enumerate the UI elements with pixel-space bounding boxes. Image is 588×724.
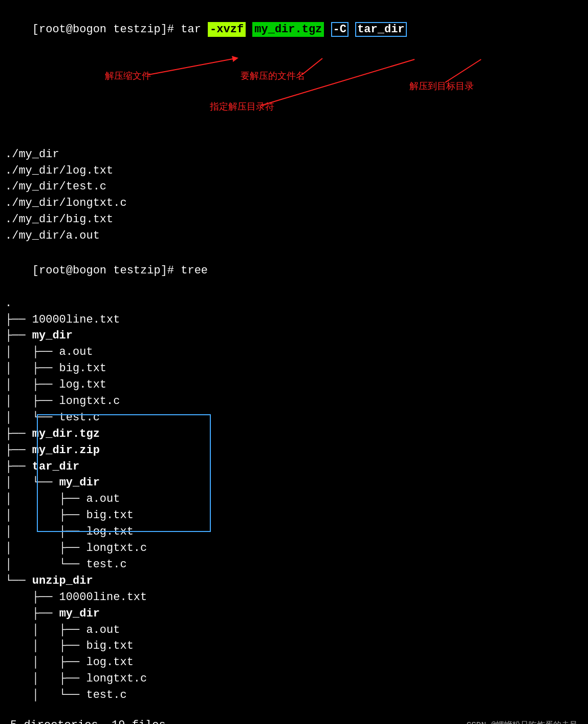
prompt-text: [root@bogon testzip]# tar: [32, 23, 208, 36]
tree-entry: ├── my_dir.tgz: [5, 426, 583, 442]
tree-entry: ├── my_dir.zip: [5, 442, 583, 459]
tree-dot: .: [5, 295, 583, 312]
prompt2-text: [root@bogon testzip]# tree: [32, 264, 208, 277]
tree-entry: │ ├── longtxt.c: [5, 540, 583, 557]
svg-line-0: [148, 58, 235, 75]
svg-line-2: [445, 59, 481, 82]
output-line: ./my_dir/big.txt: [5, 211, 583, 228]
tree-entry: │ ├── log.txt: [5, 654, 583, 671]
output-line: ./my_dir/log.txt: [5, 163, 583, 179]
tree-entry: ├── 10000line.txt: [5, 589, 583, 606]
svg-line-3: [261, 59, 415, 105]
tree-output: . ├── 10000line.txt ├── my_dir │ ├── a.o…: [5, 295, 583, 704]
filename-arg: my_dir.tgz: [252, 22, 324, 37]
footer: 5 directories, 19 files CSDN @螺蛳粉只吃炸蛋的走风: [5, 709, 583, 724]
tree-entry: │ ├── a.out: [5, 344, 583, 360]
decompress-label: 解压缩文件: [105, 70, 151, 82]
output-line: ./my_dir/longtxt.c: [5, 195, 583, 211]
tree-entry: │ ├── longtxt.c: [5, 671, 583, 687]
tree-entry: │ ├── big.txt: [5, 360, 583, 377]
svg-line-1: [302, 58, 322, 75]
watermark: CSDN @螺蛳粉只吃炸蛋的走风: [466, 720, 578, 724]
tree-entry: │ ├── log.txt: [5, 524, 583, 540]
tree-entry: ├── my_dir: [5, 328, 583, 344]
tree-entry: │ ├── longtxt.c: [5, 393, 583, 410]
specify-dir-label: 指定解压目录符: [210, 100, 274, 113]
terminal: [root@bogon testzip]# tar -xvzf my_dir.t…: [0, 0, 588, 724]
tree-entry: ├── my_dir: [5, 606, 583, 622]
command-line: [root@bogon testzip]# tar -xvzf my_dir.t…: [5, 5, 583, 54]
tree-entry: │ ├── big.txt: [5, 638, 583, 654]
filename-label: 要解压的文件名: [241, 70, 305, 82]
tree-entry: │ ├── big.txt: [5, 507, 583, 524]
output-line: ./my_dir/test.c: [5, 179, 583, 195]
tar-dir-arg: tar_dir: [355, 22, 406, 37]
tree-entry: └── unzip_dir: [5, 573, 583, 589]
tree-entry: │ └── test.c: [5, 557, 583, 573]
output-line: ./my_dir: [5, 146, 583, 163]
file-count: 5 directories, 19 files: [10, 719, 166, 724]
output-line: ./my_dir/a.out: [5, 228, 583, 244]
tree-entry: │ ├── a.out: [5, 622, 583, 638]
tree-entry: ├── tar_dir: [5, 459, 583, 475]
xvzf-flag: -xvzf: [208, 22, 246, 37]
tree-entry: │ └── test.c: [5, 410, 583, 426]
dash-c-flag: -C: [331, 22, 349, 37]
tree-entry: ├── 10000line.txt: [5, 312, 583, 328]
tree-entry: │ └── test.c: [5, 687, 583, 704]
annotations-area: 解压缩文件 要解压的文件名 解压到目标目录 指定解压目录符: [5, 54, 583, 146]
target-dir-label: 解压到目标目录: [409, 80, 474, 92]
tree-entry: │ ├── log.txt: [5, 377, 583, 393]
tree-entry: │ ├── a.out: [5, 491, 583, 507]
tar-output: ./my_dir ./my_dir/log.txt ./my_dir/test.…: [5, 146, 583, 244]
annotation-arrows: [5, 54, 588, 146]
tree-entry: │ └── my_dir: [5, 475, 583, 491]
prompt2-line: [root@bogon testzip]# tree: [5, 246, 583, 295]
